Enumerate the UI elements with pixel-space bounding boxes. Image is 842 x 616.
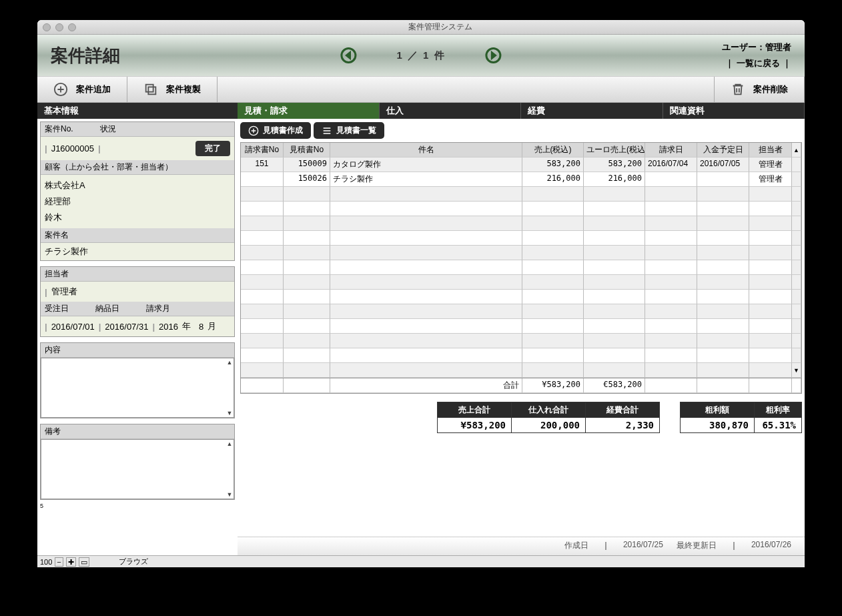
customer-label: 顧客（上から会社・部署・担当者） [45, 162, 173, 173]
header-right: ユーザー：管理者 ｜一覧に戻る｜ [722, 41, 791, 69]
rep-label: 担当者 [45, 268, 69, 280]
sum-expense: 2,330 [586, 418, 659, 432]
rep-value[interactable]: 管理者 [51, 286, 77, 298]
tab-expense[interactable]: 経費 [521, 103, 663, 119]
scroll-spacer [792, 158, 801, 172]
zoom-out-button[interactable]: − [55, 557, 63, 567]
prev-button[interactable] [340, 47, 356, 63]
dept-value[interactable]: 経理部 [45, 194, 230, 210]
create-estimate-button[interactable]: 見積書作成 [240, 122, 311, 139]
table-body: 151150009カタログ製作583,200583,2002016/07/042… [241, 158, 801, 378]
cell-invoice-no[interactable] [241, 172, 284, 187]
sum-rate-label: 粗利率 [755, 402, 801, 418]
min-dot[interactable] [55, 23, 63, 31]
scroll-down-icon[interactable]: ▼ [792, 363, 801, 378]
mode-label: ブラウズ [119, 557, 148, 567]
summary: 売上合計¥583,200 仕入れ合計200,000 経費合計2,330 粗利額3… [238, 394, 805, 433]
titlebar: 案件管理システム [37, 20, 805, 35]
case-name-label: 案件名 [45, 230, 69, 241]
status-label: 状況 [100, 123, 116, 135]
th-invoice-date: 請求日 [645, 143, 697, 158]
th-estimate-no: 見積書No [284, 143, 330, 158]
add-case-button[interactable]: 案件追加 [37, 77, 127, 102]
content-label: 内容 [45, 344, 61, 356]
memo-textarea[interactable]: ▲ ▼ [41, 439, 234, 499]
th-title: 件名 [330, 143, 522, 158]
table-row-empty [241, 202, 801, 216]
cell-invoice-date[interactable] [645, 172, 697, 187]
user-label: ユーザー： [722, 42, 765, 52]
order-date-value[interactable]: 2016/07/01 [51, 322, 95, 332]
cell-estimate-no[interactable]: 150009 [284, 158, 330, 172]
app-window: 案件管理システム 案件詳細 1 ／ 1 件 ユーザー：管理者 ｜一覧に戻る｜ 案… [37, 20, 805, 567]
cell-title[interactable]: カタログ製作 [330, 158, 522, 172]
case-no-value[interactable]: J16000005 [51, 143, 94, 153]
estimate-list-button[interactable]: 見積書一覧 [314, 122, 384, 139]
content: 基本情報 案件No. 状況 | J16000005 | 完了 顧客（上から会社・… [37, 103, 805, 555]
close-dot[interactable] [43, 23, 51, 31]
svg-rect-2 [148, 87, 155, 94]
cell-invoice-no[interactable]: 151 [241, 158, 284, 172]
company-value[interactable]: 株式会社A [45, 178, 230, 194]
scroll-up-icon[interactable]: ▲ [792, 143, 801, 158]
duplicate-case-button[interactable]: 案件複製 [127, 77, 218, 102]
scroll-spacer [792, 172, 801, 187]
case-name-value[interactable]: チラシ製作 [45, 246, 230, 258]
zoom-in-button[interactable]: ✚ [66, 557, 76, 567]
next-button[interactable] [486, 47, 502, 63]
cell-title[interactable]: チラシ製作 [330, 172, 522, 187]
table-row-empty [241, 334, 801, 348]
total-euro: €583,200 [584, 378, 645, 393]
delete-case-button[interactable]: 案件削除 [715, 77, 805, 102]
table-row[interactable]: 151150009カタログ製作583,200583,2002016/07/042… [241, 158, 801, 172]
rep-panel: 担当者 |管理者 受注日 納品日 請求月 |2016/07/01 |2016/0… [40, 266, 235, 337]
tab-related[interactable]: 関連資料 [663, 103, 805, 119]
cell-euro-sales[interactable]: 216,000 [584, 172, 645, 187]
th-euro-sales: ユーロ売上(税込) [584, 143, 645, 158]
back-to-list-link[interactable]: ｜一覧に戻る｜ [722, 57, 791, 69]
basic-info-header: 基本情報 [37, 103, 238, 119]
cell-sales[interactable]: 216,000 [522, 172, 584, 187]
toolbar: 案件追加 案件複製 案件削除 [37, 76, 805, 103]
bill-month-value[interactable]: 8 [199, 322, 203, 332]
cell-payment-date[interactable] [697, 172, 749, 187]
scroll-down-icon[interactable]: ▼ [226, 491, 233, 498]
table-row-empty [241, 260, 801, 275]
tab-bar: 見積・請求 仕入 経費 関連資料 [238, 103, 805, 119]
bill-year-value[interactable]: 2016 [159, 322, 178, 332]
cell-rep[interactable]: 管理者 [749, 158, 792, 172]
complete-button[interactable]: 完了 [195, 141, 230, 156]
updated-date: 2016/07/26 [751, 540, 791, 551]
zoom-value[interactable]: 100 [40, 558, 52, 566]
tab-estimate-invoice[interactable]: 見積・請求 [238, 103, 380, 119]
plus-circle-icon [53, 82, 68, 97]
cell-euro-sales[interactable]: 583,200 [584, 158, 645, 172]
deliver-date-value[interactable]: 2016/07/31 [105, 322, 148, 332]
sum-expense-label: 経費合計 [586, 402, 659, 418]
max-dot[interactable] [68, 23, 76, 31]
total-sales: ¥583,200 [522, 378, 584, 393]
header: 案件詳細 1 ／ 1 件 ユーザー：管理者 ｜一覧に戻る｜ [37, 35, 805, 76]
cell-sales[interactable]: 583,200 [522, 158, 584, 172]
case-no-label: 案件No. [45, 123, 73, 135]
trash-icon [731, 82, 745, 97]
scroll-up-icon[interactable]: ▲ [226, 359, 233, 366]
cell-invoice-date[interactable]: 2016/07/04 [645, 158, 697, 172]
window-mode-button[interactable]: ▭ [79, 557, 89, 567]
cell-payment-date[interactable]: 2016/07/05 [697, 158, 749, 172]
table-row-empty [241, 231, 801, 246]
table-row[interactable]: 150026チラシ製作216,000216,000管理者 [241, 172, 801, 187]
table-totals: 合計 ¥583,200 €583,200 [240, 378, 802, 394]
deliver-date-label: 納品日 [95, 303, 119, 314]
created-date: 2016/07/25 [623, 540, 663, 551]
table-row-empty [241, 304, 801, 319]
cell-estimate-no[interactable]: 150026 [284, 172, 330, 187]
tab-purchase[interactable]: 仕入 [380, 103, 522, 119]
left-pane: 基本情報 案件No. 状況 | J16000005 | 完了 顧客（上から会社・… [37, 103, 238, 555]
scroll-up-icon[interactable]: ▲ [226, 440, 233, 447]
total-label: 合計 [330, 378, 522, 393]
scroll-down-icon[interactable]: ▼ [226, 410, 233, 416]
person-value[interactable]: 鈴木 [45, 210, 230, 226]
cell-rep[interactable]: 管理者 [749, 172, 792, 187]
content-textarea[interactable]: ▲ ▼ [41, 358, 234, 418]
